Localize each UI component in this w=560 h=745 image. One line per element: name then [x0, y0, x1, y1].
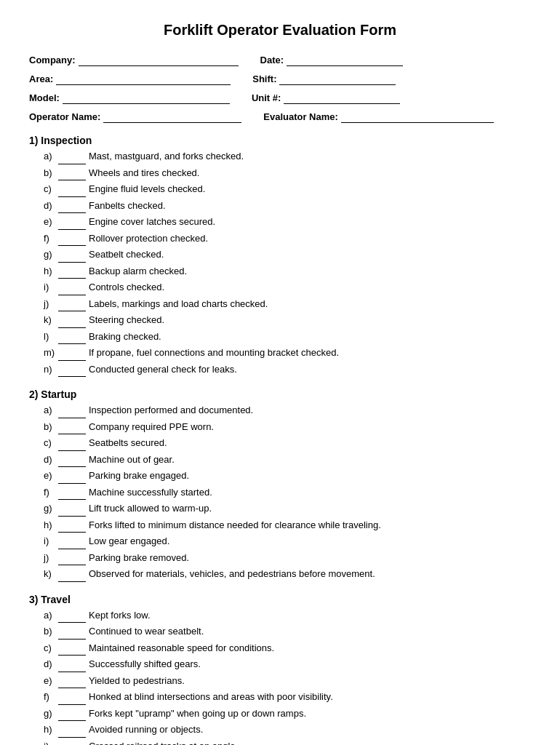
list-item: f) Machine successfully started. [44, 485, 531, 501]
score-blank[interactable] [58, 362, 86, 378]
item-letter: d) [44, 199, 57, 213]
list-item: b) Continued to wear seatbelt. [44, 624, 531, 640]
score-blank[interactable] [58, 215, 86, 230]
area-field-group: Area: [29, 73, 231, 85]
score-blank[interactable] [58, 690, 86, 705]
list-item: c) Seatbelts secured. [44, 436, 531, 451]
item-text: Steering checked. [89, 313, 531, 327]
list-item: f) Rollover protection checked. [44, 231, 531, 247]
list-item: l) Braking checked. [44, 330, 531, 345]
item-letter: e) [44, 469, 57, 483]
list-item: g) Seatbelt checked. [44, 247, 531, 263]
shift-label: Shift: [252, 73, 276, 84]
score-blank[interactable] [58, 501, 86, 517]
list-item: k) Steering checked. [44, 313, 531, 328]
item-text: Low gear engaged. [89, 534, 531, 549]
item-text: Lift truck allowed to warm-up. [89, 501, 531, 516]
score-blank[interactable] [58, 485, 86, 501]
score-blank[interactable] [58, 641, 86, 656]
list-item: e) Yielded to pedestrians. [44, 674, 531, 689]
item-text: Maintained reasonable speed for conditio… [89, 641, 531, 656]
list-item: n) Conducted general check for leaks. [44, 362, 531, 378]
score-blank[interactable] [58, 469, 86, 484]
item-text: Seatbelt checked. [89, 247, 531, 262]
item-letter: f) [44, 690, 57, 704]
item-text: Forks kept "upramp" when going up or dow… [89, 706, 531, 721]
list-item: m) If propane, fuel connections and moun… [44, 346, 531, 361]
score-blank[interactable] [58, 420, 86, 435]
shift-input[interactable] [279, 73, 396, 85]
item-letter: a) [44, 149, 57, 164]
list-item: a) Kept forks low. [44, 608, 531, 624]
score-blank[interactable] [58, 657, 86, 672]
model-input[interactable] [63, 92, 230, 104]
score-blank[interactable] [58, 247, 86, 263]
list-item: c) Maintained reasonable speed for condi… [44, 641, 531, 656]
score-blank[interactable] [58, 551, 86, 566]
score-blank[interactable] [58, 624, 86, 640]
score-blank[interactable] [58, 608, 86, 624]
operator-field-group: Operator Name: [29, 111, 241, 123]
company-label: Company: [29, 55, 76, 65]
item-text: Engine cover latches secured. [89, 215, 531, 229]
score-blank[interactable] [58, 706, 86, 722]
item-letter: d) [44, 657, 57, 672]
item-text: Machine out of gear. [89, 453, 531, 467]
score-blank[interactable] [58, 453, 86, 468]
item-text: Avoided running or objects. [89, 722, 531, 737]
item-letter: i) [44, 280, 57, 295]
operator-input[interactable] [103, 111, 241, 123]
score-blank[interactable] [58, 149, 86, 164]
evaluator-field-group: Evaluator Name: [263, 111, 494, 123]
score-blank[interactable] [58, 199, 86, 214]
score-blank[interactable] [58, 518, 86, 533]
score-blank[interactable] [58, 722, 86, 738]
score-blank[interactable] [58, 297, 86, 312]
item-letter: a) [44, 403, 57, 418]
item-letter: k) [44, 313, 57, 327]
unit-input[interactable] [284, 92, 400, 104]
item-text: Forks lifted to minimum distance needed … [89, 518, 531, 533]
area-label: Area: [29, 73, 53, 84]
score-blank[interactable] [58, 346, 86, 361]
item-letter: i) [44, 739, 57, 746]
date-label: Date: [260, 55, 284, 65]
item-letter: g) [44, 501, 57, 516]
score-blank[interactable] [58, 313, 86, 328]
score-blank[interactable] [58, 674, 86, 689]
item-letter: f) [44, 485, 57, 500]
item-text: Labels, markings and load charts checked… [89, 297, 531, 311]
item-letter: l) [44, 330, 57, 344]
section-2-title: 2) Startup [29, 389, 531, 400]
item-letter: e) [44, 215, 57, 229]
form-title: Forklift Operator Evaluation Form [29, 22, 531, 39]
model-field-group: Model: [29, 92, 230, 104]
score-blank[interactable] [58, 166, 86, 181]
score-blank[interactable] [58, 182, 86, 197]
company-input[interactable] [79, 55, 239, 66]
list-item: b) Wheels and tires checked. [44, 166, 531, 181]
item-text: Company required PPE worn. [89, 420, 531, 434]
area-input[interactable] [56, 73, 231, 85]
evaluator-input[interactable] [341, 111, 494, 123]
score-blank[interactable] [58, 567, 86, 582]
score-blank[interactable] [58, 264, 86, 279]
item-text: Kept forks low. [89, 608, 531, 623]
item-letter: g) [44, 706, 57, 721]
score-blank[interactable] [58, 330, 86, 345]
score-blank[interactable] [58, 436, 86, 451]
list-item: d) Machine out of gear. [44, 453, 531, 468]
item-text: Parking brake engaged. [89, 469, 531, 483]
score-blank[interactable] [58, 231, 86, 247]
score-blank[interactable] [58, 280, 86, 295]
item-letter: f) [44, 231, 57, 246]
item-text: Mast, mastguard, and forks checked. [89, 149, 531, 164]
date-input[interactable] [287, 55, 403, 66]
item-text: Observed for materials, vehicles, and pe… [89, 567, 531, 581]
item-letter: i) [44, 534, 57, 549]
score-blank[interactable] [58, 739, 86, 746]
list-item: g) Lift truck allowed to warm-up. [44, 501, 531, 517]
item-text: Controls checked. [89, 280, 531, 295]
score-blank[interactable] [58, 534, 86, 549]
score-blank[interactable] [58, 403, 86, 418]
